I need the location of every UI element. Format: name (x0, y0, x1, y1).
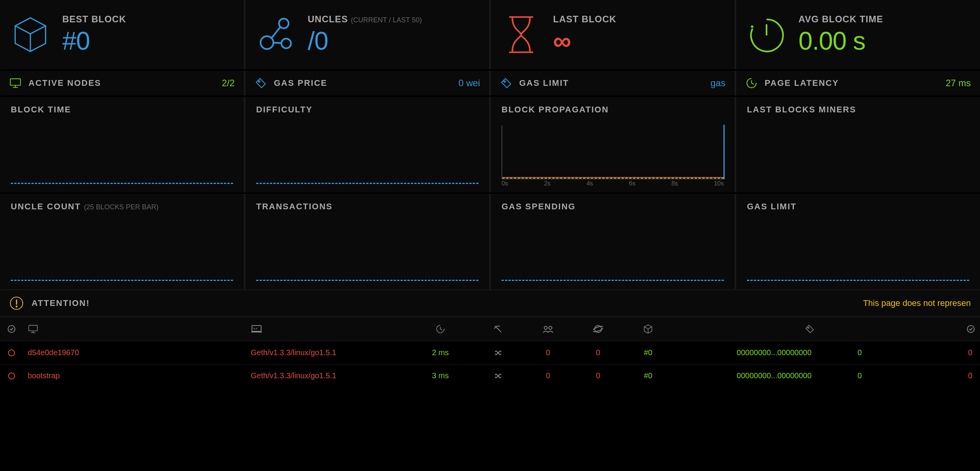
chart-baseline (256, 183, 478, 184)
node-name: bootstrap (23, 371, 246, 380)
node-status-icon (0, 372, 23, 379)
active-nodes-value: 2/2 (222, 78, 235, 89)
col-block-icon[interactable] (623, 324, 673, 334)
chart-baseline (11, 183, 233, 184)
warning-icon (9, 296, 24, 311)
propagation-plot: 0s 2s 4s 6s 8s 10s (502, 115, 724, 187)
chart-area (11, 115, 233, 187)
svg-point-25 (593, 325, 603, 333)
uncles-value: /0 (308, 26, 422, 55)
svg-point-6 (751, 25, 753, 28)
svg-point-26 (808, 327, 809, 328)
svg-point-16 (8, 326, 15, 332)
node-name: d54e0de19670 (23, 348, 246, 357)
uncle-count-label: UNCLE COUNT (25 BLOCKS PER BAR) (11, 202, 233, 212)
best-block-value: #0 (62, 26, 126, 55)
node-status-icon (0, 349, 23, 356)
best-block-title: BEST BLOCK (62, 14, 126, 25)
col-uptime-icon[interactable] (900, 324, 980, 334)
node-block: #0 (623, 371, 673, 380)
uncle-count-chart: UNCLE COUNT (25 BLOCKS PER BAR) (0, 194, 244, 289)
propagation-ticks: 0s 2s 4s 6s 8s 10s (502, 180, 724, 187)
gas-limit-card: GAS LIMIT gas (491, 71, 735, 95)
hourglass-icon (500, 15, 542, 55)
tag-icon (255, 77, 267, 89)
node-pending: 0 (573, 348, 623, 357)
last-blocks-miners-chart: LAST BLOCKS MINERS (736, 97, 980, 192)
col-name-icon[interactable] (23, 324, 246, 334)
uncle-count-main: UNCLE COUNT (11, 202, 81, 211)
computer-icon (9, 77, 22, 89)
svg-rect-7 (10, 79, 20, 85)
tick: 0s (502, 180, 508, 187)
node-row[interactable]: bootstrap Geth/v1.3.3/linux/go1.5.1 3 ms… (0, 364, 980, 387)
block-propagation-chart: BLOCK PROPAGATION 0s 2s 4s 6s 8s 10s (491, 97, 735, 192)
node-txs: 0 (819, 371, 900, 380)
chart-row-2: UNCLE COUNT (25 BLOCKS PER BAR) TRANSACT… (0, 194, 980, 289)
mining-icon (473, 349, 523, 357)
col-hash-icon[interactable] (673, 324, 819, 334)
active-nodes-card: ACTIVE NODES 2/2 (0, 71, 244, 95)
uncles-icon (255, 15, 297, 55)
tick: 10s (714, 180, 724, 187)
tick: 4s (587, 180, 593, 187)
difficulty-chart: DIFFICULTY (245, 97, 489, 192)
col-mining-icon[interactable] (473, 324, 523, 334)
avg-block-time-title: AVG BLOCK TIME (798, 14, 883, 25)
gas-price-label: GAS PRICE (274, 78, 452, 88)
svg-point-11 (504, 81, 505, 82)
attention-bar: ATTENTION! This page does not represen (0, 289, 980, 316)
chart-area (256, 115, 478, 187)
avg-block-time-card: AVG BLOCK TIME 0.00 s (736, 0, 980, 69)
transactions-label: TRANSACTIONS (256, 202, 478, 212)
node-table-header (0, 316, 980, 341)
block-propagation-label: BLOCK PROPAGATION (502, 105, 724, 115)
top-stats-row: BEST BLOCK #0 UNCLES (CURRENT / LAST 50)… (0, 0, 980, 69)
svg-point-22 (544, 326, 547, 329)
cube-icon (9, 15, 52, 55)
svg-point-2 (282, 38, 291, 48)
node-txs: 0 (819, 348, 900, 357)
page-latency-card: PAGE LATENCY 27 ms (736, 71, 980, 95)
active-nodes-label: ACTIVE NODES (28, 78, 215, 88)
col-pending-icon[interactable] (573, 324, 623, 334)
tag-icon (500, 77, 512, 89)
node-latency: 3 ms (408, 371, 473, 380)
attention-message: This page does not represen (863, 298, 971, 308)
gas-limit-chart-label: GAS LIMIT (747, 202, 969, 212)
svg-point-23 (549, 326, 552, 329)
svg-point-0 (260, 36, 273, 49)
page-latency-value: 27 ms (946, 78, 971, 89)
gas-price-value: 0 wei (458, 78, 480, 89)
col-latency-icon[interactable] (408, 324, 473, 334)
tick: 8s (672, 180, 678, 187)
node-row[interactable]: d54e0de19670 Geth/v1.3.3/linux/go1.5.1 2… (0, 341, 980, 364)
node-peers: 0 (523, 371, 573, 380)
difficulty-label: DIFFICULTY (256, 105, 478, 115)
gas-spending-chart: GAS SPENDING (491, 194, 735, 289)
attention-label: ATTENTION! (32, 298, 90, 308)
svg-point-15 (16, 306, 17, 307)
uncle-count-sub: (25 BLOCKS PER BAR) (84, 203, 158, 211)
gas-price-card: GAS PRICE 0 wei (245, 71, 489, 95)
last-blocks-miners-label: LAST BLOCKS MINERS (747, 105, 969, 115)
col-status-icon[interactable] (0, 324, 23, 334)
chart-row-1: BLOCK TIME DIFFICULTY BLOCK PROPAGATION … (0, 97, 980, 192)
transactions-chart: TRANSACTIONS (245, 194, 489, 289)
gas-limit-label: GAS LIMIT (519, 78, 703, 88)
col-type-icon[interactable] (246, 324, 408, 334)
gas-spending-label: GAS SPENDING (502, 202, 724, 212)
col-peers-icon[interactable] (523, 325, 573, 333)
mid-stats-row: ACTIVE NODES 2/2 GAS PRICE 0 wei GAS LIM… (0, 71, 980, 95)
last-block-card: LAST BLOCK ∞ (491, 0, 735, 69)
node-type: Geth/v1.3.3/linux/go1.5.1 (246, 371, 408, 380)
gauge-icon (745, 15, 788, 55)
uncles-title-sub: (CURRENT / LAST 50) (351, 16, 422, 24)
node-block: #0 (623, 348, 673, 357)
node-pending: 0 (573, 371, 623, 380)
svg-point-10 (258, 81, 260, 82)
best-block-card: BEST BLOCK #0 (0, 0, 244, 69)
chart-area (747, 115, 969, 187)
page-latency-label: PAGE LATENCY (765, 78, 939, 88)
uncles-title: UNCLES (CURRENT / LAST 50) (308, 14, 422, 25)
